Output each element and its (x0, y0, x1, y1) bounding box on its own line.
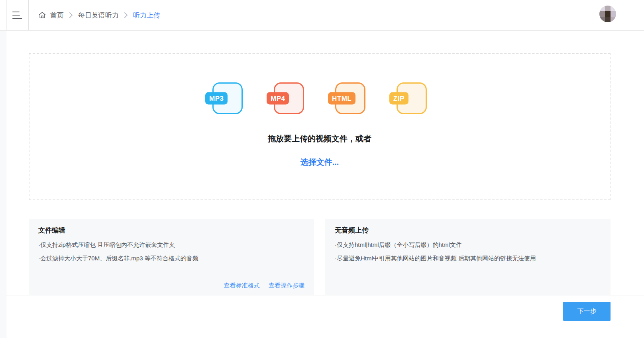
chevron-right-icon (69, 12, 73, 18)
breadcrumb: 首页 每日英语听力 听力上传 (38, 11, 160, 20)
file-dropzone[interactable]: MP3 MP4 HTML ZIP 拖放要上传的视频文件，或者 选择文件... (29, 53, 611, 200)
zip-badge: ZIP (389, 92, 408, 105)
html-badge: HTML (328, 92, 355, 105)
top-bar: 首页 每日英语听力 听力上传 (0, 0, 644, 31)
card-no-audio-upload: 无音频上传 ·仅支持html|html后缀（全小写后缀）的html文件 ·尽量避… (325, 219, 611, 295)
info-cards: 文件编辑 ·仅支持zip格式压缩包 且压缩包内不允许嵌套文件夹 ·会过滤掉大小大… (29, 219, 611, 295)
html-file-icon: HTML (335, 82, 365, 114)
breadcrumb-item-home[interactable]: 首页 (50, 11, 64, 20)
collapsed-sidebar (0, 31, 6, 338)
mp4-file-icon: MP4 (274, 82, 304, 114)
choose-file-link[interactable]: 选择文件... (300, 157, 339, 168)
card-bullet: ·尽量避免Html中引用其他网站的图片和音视频 后期其他网站的链接无法使用 (335, 252, 601, 265)
zip-file-icon: ZIP (397, 82, 427, 114)
footer-bar: 下一步 (6, 295, 644, 321)
breadcrumb-item-listening[interactable]: 每日英语听力 (78, 11, 119, 20)
main-content: MP3 MP4 HTML ZIP 拖放要上传的视频文件，或者 选择文件... 文… (6, 31, 644, 321)
dropzone-instruction: 拖放要上传的视频文件，或者 (268, 133, 371, 144)
sidebar-toggle-button[interactable] (6, 0, 29, 30)
card-title: 文件编辑 (38, 226, 304, 235)
file-type-icons: MP3 MP4 HTML ZIP (212, 82, 427, 114)
card-bullet: ·仅支持html|html后缀（全小写后缀）的html文件 (335, 238, 601, 252)
card-bullet: ·仅支持zip格式压缩包 且压缩包内不允许嵌套文件夹 (38, 238, 304, 252)
next-step-button[interactable]: 下一步 (563, 302, 611, 321)
card-title: 无音频上传 (335, 226, 601, 235)
mp3-file-icon: MP3 (212, 82, 243, 114)
mp4-badge: MP4 (267, 92, 289, 105)
card-file-editing: 文件编辑 ·仅支持zip格式压缩包 且压缩包内不允许嵌套文件夹 ·会过滤掉大小大… (29, 219, 314, 295)
card-bullet: ·会过滤掉大小大于70M、后缀名非.mp3 等不符合格式的音频 (38, 252, 304, 265)
view-steps-link[interactable]: 查看操作步骤 (269, 282, 304, 289)
view-standard-format-link[interactable]: 查看标准格式 (224, 282, 260, 289)
mp3-badge: MP3 (205, 92, 228, 105)
home-icon[interactable] (38, 11, 46, 19)
hamburger-icon (12, 12, 23, 19)
chevron-right-icon (124, 12, 128, 18)
breadcrumb-item-upload-current: 听力上传 (133, 11, 160, 20)
user-avatar[interactable] (599, 6, 616, 22)
